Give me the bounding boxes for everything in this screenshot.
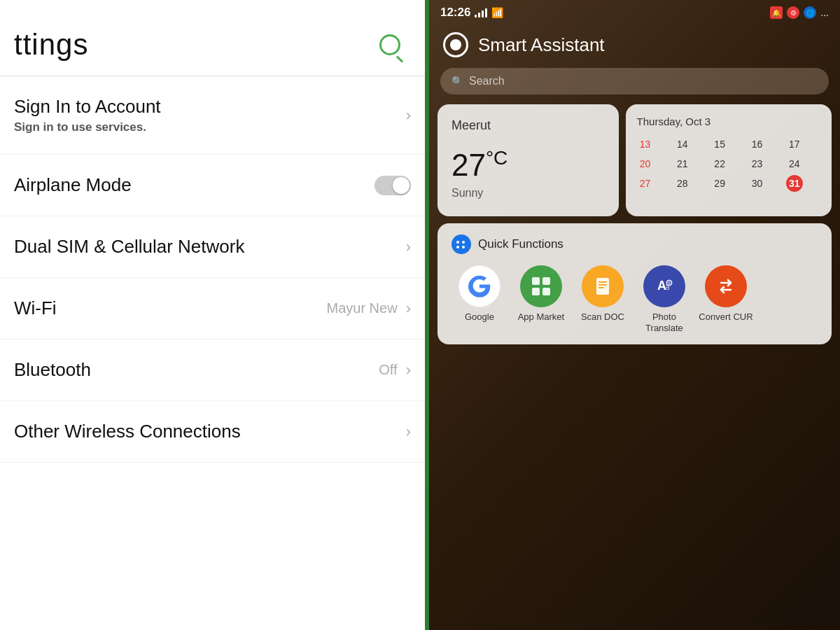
- wireless-title: Other Wireless Connections: [14, 421, 241, 442]
- app-scan-doc[interactable]: Scan DOC: [575, 265, 631, 333]
- svg-rect-5: [598, 281, 607, 283]
- app-google[interactable]: Google: [451, 265, 507, 333]
- svg-rect-4: [596, 278, 609, 295]
- cal-cell-29: 29: [711, 175, 728, 192]
- calendar-grid: 13 14 15 16 17 20 21 22 23 24 27 28 29 3…: [637, 136, 820, 192]
- svg-rect-6: [598, 284, 607, 286]
- settings-item-bluetooth[interactable]: Bluetooth Off ›: [0, 340, 425, 401]
- app-photo-translate[interactable]: A a Photo Translate: [636, 265, 692, 333]
- calendar-header: Thursday, Oct 3: [637, 115, 820, 127]
- cal-cell-23: 23: [748, 155, 765, 172]
- chevron-icon: ›: [406, 300, 411, 318]
- cal-cell-31-today: 31: [786, 175, 803, 192]
- scan-doc-label: Scan DOC: [581, 312, 624, 323]
- status-left: 12:26 📶: [440, 6, 503, 20]
- dual-sim-title: Dual SIM & Cellular Network: [14, 236, 244, 258]
- svg-rect-7: [598, 287, 604, 288]
- weather-condition: Sunny: [451, 187, 605, 200]
- cal-cell-22: 22: [711, 155, 728, 172]
- wifi-right: Mayur New ›: [326, 300, 410, 318]
- cal-cell-24: 24: [786, 155, 803, 172]
- google-label: Google: [465, 312, 494, 323]
- search-placeholder-text: Search: [469, 75, 505, 88]
- notification-icon: 🔔: [770, 6, 783, 19]
- settings-title: ttings: [14, 28, 88, 62]
- convert-cur-label: Convert CUR: [699, 312, 752, 323]
- search-icon: [379, 34, 400, 55]
- qf-icon: [451, 234, 471, 254]
- sign-in-title: Sign In to Account: [14, 96, 161, 118]
- svg-rect-2: [532, 288, 540, 295]
- assistant-search-bar[interactable]: 🔍 Search: [440, 68, 829, 94]
- widgets-row-top: Meerut 27°C Sunny Thursday, Oct 3 13 14 …: [438, 104, 832, 216]
- airplane-toggle-container: [374, 176, 411, 195]
- weather-temperature: 27°C: [451, 147, 605, 183]
- wifi-icon: 📶: [491, 7, 503, 18]
- smart-assistant-panel: 12:26 📶 🔔 ⚙ 🌐 ... Smart: [429, 0, 840, 630]
- bluetooth-title: Bluetooth: [14, 359, 91, 381]
- svg-rect-0: [532, 277, 540, 285]
- chevron-icon: ›: [406, 238, 411, 256]
- settings-panel: ttings Sign In to Account Sign in to use…: [0, 0, 425, 630]
- photo-translate-label: Photo Translate: [636, 312, 692, 333]
- status-time: 12:26: [440, 6, 470, 20]
- cal-cell-13: 13: [637, 136, 654, 153]
- signal-icon: [475, 8, 487, 18]
- more-icon[interactable]: ...: [820, 7, 829, 18]
- app-convert-cur[interactable]: Convert CUR: [698, 265, 754, 333]
- svg-point-10: [666, 280, 672, 286]
- weather-widget: Meerut 27°C Sunny: [438, 104, 619, 216]
- cal-cell-16: 16: [748, 136, 765, 153]
- status-bar: 12:26 📶 🔔 ⚙ 🌐 ...: [429, 0, 840, 25]
- airplane-title: Airplane Mode: [14, 174, 132, 196]
- settings-status-icon: ⚙: [787, 6, 799, 19]
- sign-in-content: Sign In to Account Sign in to use servic…: [14, 96, 161, 134]
- cal-cell-20: 20: [637, 155, 654, 172]
- cal-cell-28: 28: [674, 175, 691, 192]
- assistant-title: Smart Assistant: [478, 34, 605, 56]
- sign-in-subtitle: Sign in to use services.: [14, 120, 161, 134]
- settings-item-sign-in[interactable]: Sign In to Account Sign in to use servic…: [0, 76, 425, 155]
- settings-item-wifi[interactable]: Wi-Fi Mayur New ›: [0, 278, 425, 340]
- weather-city: Meerut: [451, 118, 605, 133]
- widgets-area: Meerut 27°C Sunny Thursday, Oct 3 13 14 …: [429, 104, 840, 344]
- cal-cell-14: 14: [674, 136, 691, 153]
- google-icon: [458, 265, 500, 307]
- wifi-title: Wi-Fi: [14, 298, 57, 319]
- app-market[interactable]: App Market: [513, 265, 569, 333]
- settings-item-airplane[interactable]: Airplane Mode: [0, 155, 425, 216]
- settings-item-dual-sim[interactable]: Dual SIM & Cellular Network ›: [0, 216, 425, 278]
- cal-cell-17: 17: [786, 136, 803, 153]
- assistant-header: Smart Assistant: [429, 25, 840, 68]
- qf-header: Quick Functions: [451, 234, 818, 254]
- svg-rect-1: [542, 277, 550, 285]
- settings-item-wireless[interactable]: Other Wireless Connections ›: [0, 401, 425, 463]
- scan-doc-icon: [582, 265, 624, 307]
- app-market-icon: [520, 265, 562, 307]
- app-market-label: App Market: [518, 312, 564, 323]
- globe-icon: 🌐: [804, 6, 816, 19]
- wifi-network-name: Mayur New: [326, 300, 397, 316]
- settings-header: ttings: [0, 0, 425, 76]
- apps-grid: Google App Market: [451, 265, 818, 333]
- status-right: 🔔 ⚙ 🌐 ...: [770, 6, 829, 19]
- calendar-widget: Thursday, Oct 3 13 14 15 16 17 20 21 22 …: [626, 104, 832, 216]
- chevron-icon: ›: [406, 423, 411, 441]
- chevron-icon: ›: [406, 361, 411, 379]
- bluetooth-status: Off: [379, 362, 397, 378]
- chevron-icon: ›: [406, 106, 411, 125]
- cal-cell-15: 15: [711, 136, 728, 153]
- assistant-logo: [443, 32, 468, 57]
- cal-cell-30: 30: [748, 175, 765, 192]
- qf-title: Quick Functions: [478, 237, 564, 251]
- search-icon: 🔍: [451, 76, 463, 87]
- bluetooth-right: Off ›: [379, 361, 411, 379]
- photo-translate-icon: A a: [643, 265, 685, 307]
- airplane-toggle[interactable]: [374, 176, 411, 195]
- convert-icon: [705, 265, 747, 307]
- cal-cell-21: 21: [674, 155, 691, 172]
- quick-functions-widget: Quick Functions Google: [438, 223, 832, 344]
- svg-rect-3: [542, 288, 550, 295]
- cal-cell-27: 27: [637, 175, 654, 192]
- search-button[interactable]: [376, 31, 404, 59]
